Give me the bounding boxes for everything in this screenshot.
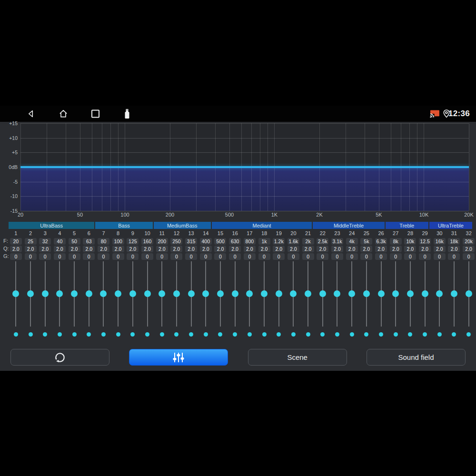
q-value-chip[interactable]: 2.0 <box>141 246 153 252</box>
freq-value-chip[interactable]: 200 <box>156 238 168 245</box>
q-value-chip[interactable]: 2.0 <box>10 246 22 252</box>
gain-value-chip[interactable]: 0 <box>98 253 109 260</box>
eq-slider-thumb[interactable] <box>290 290 297 297</box>
eq-slider[interactable] <box>140 261 155 328</box>
eq-slider[interactable] <box>461 261 476 328</box>
freq-value-chip[interactable]: 8k <box>390 238 402 245</box>
q-value-chip[interactable]: 2.0 <box>69 246 80 252</box>
q-value-chip[interactable]: 2.0 <box>127 246 139 252</box>
eq-slider[interactable] <box>359 261 374 328</box>
eq-slider-thumb[interactable] <box>159 290 165 297</box>
eq-slider-thumb[interactable] <box>144 290 151 297</box>
eq-slider[interactable] <box>271 261 286 328</box>
q-value-chip[interactable]: 2.0 <box>390 246 402 252</box>
eq-slider[interactable] <box>198 261 213 328</box>
gain-value-chip[interactable]: 0 <box>463 253 475 260</box>
back-button[interactable] <box>27 109 36 119</box>
eq-slider[interactable] <box>403 261 418 328</box>
eq-slider[interactable] <box>126 261 140 328</box>
eq-slider-thumb[interactable] <box>188 290 195 297</box>
freq-value-chip[interactable]: 2k <box>302 238 314 245</box>
eq-slider[interactable] <box>315 261 330 328</box>
q-value-chip[interactable]: 2.0 <box>404 246 416 252</box>
q-value-chip[interactable]: 2.0 <box>273 246 285 252</box>
gain-value-chip[interactable]: 0 <box>375 253 387 260</box>
eq-slider-thumb[interactable] <box>422 290 428 297</box>
eq-slider[interactable] <box>111 261 126 328</box>
gain-value-chip[interactable]: 0 <box>404 253 416 260</box>
q-value-chip[interactable]: 2.0 <box>229 246 241 252</box>
freq-value-chip[interactable]: 20 <box>10 238 22 245</box>
gain-value-chip[interactable]: 0 <box>360 253 372 260</box>
scene-button[interactable]: Scene <box>248 349 347 366</box>
eq-slider-thumb[interactable] <box>173 290 180 297</box>
q-value-chip[interactable]: 2.0 <box>244 246 256 252</box>
eq-slider[interactable] <box>81 261 96 328</box>
eq-slider-thumb[interactable] <box>451 290 457 297</box>
q-value-chip[interactable]: 2.0 <box>448 246 460 252</box>
eq-slider[interactable] <box>447 261 462 328</box>
eq-slider[interactable] <box>286 261 301 328</box>
eq-slider[interactable] <box>417 261 432 328</box>
q-value-chip[interactable]: 2.0 <box>54 246 66 252</box>
gain-value-chip[interactable]: 0 <box>170 253 182 260</box>
eq-slider-thumb[interactable] <box>261 290 268 297</box>
q-value-chip[interactable]: 2.0 <box>331 246 343 252</box>
q-value-chip[interactable]: 2.0 <box>346 246 358 252</box>
gain-value-chip[interactable]: 0 <box>229 253 241 260</box>
freq-value-chip[interactable]: 315 <box>185 238 197 245</box>
q-value-chip[interactable]: 2.0 <box>156 246 168 252</box>
freq-value-chip[interactable]: 125 <box>127 238 139 245</box>
q-value-chip[interactable]: 2.0 <box>288 246 299 252</box>
freq-value-chip[interactable]: 32 <box>39 238 51 245</box>
eq-slider[interactable] <box>228 261 242 328</box>
q-value-chip[interactable]: 2.0 <box>360 246 372 252</box>
gain-value-chip[interactable]: 0 <box>273 253 285 260</box>
eq-slider[interactable] <box>169 261 184 328</box>
freq-value-chip[interactable]: 3.1k <box>331 238 343 245</box>
q-value-chip[interactable]: 2.0 <box>170 246 182 252</box>
gain-value-chip[interactable]: 0 <box>185 253 197 260</box>
q-value-chip[interactable]: 2.0 <box>185 246 197 252</box>
eq-slider[interactable] <box>301 261 316 328</box>
freq-value-chip[interactable]: 50 <box>69 238 80 245</box>
freq-value-chip[interactable]: 4k <box>346 238 358 245</box>
q-value-chip[interactable]: 2.0 <box>112 246 124 252</box>
gain-value-chip[interactable]: 0 <box>39 253 51 260</box>
freq-value-chip[interactable]: 40 <box>54 238 66 245</box>
q-value-chip[interactable]: 2.0 <box>463 246 475 252</box>
freq-value-chip[interactable]: 10k <box>404 238 416 245</box>
eq-slider-thumb[interactable] <box>27 290 34 297</box>
reset-button[interactable] <box>10 349 109 366</box>
freq-value-chip[interactable]: 18k <box>448 238 460 245</box>
eq-slider[interactable] <box>67 261 82 328</box>
eq-slider-thumb[interactable] <box>436 290 443 297</box>
eq-slider-thumb[interactable] <box>12 290 19 297</box>
gain-value-chip[interactable]: 0 <box>302 253 314 260</box>
eq-slider[interactable] <box>432 261 447 328</box>
gain-value-chip[interactable]: 0 <box>214 253 226 260</box>
eq-slider[interactable] <box>184 261 198 328</box>
gain-value-chip[interactable]: 0 <box>200 253 212 260</box>
eq-slider-thumb[interactable] <box>276 290 282 297</box>
eq-slider[interactable] <box>374 261 388 328</box>
eq-slider-thumb[interactable] <box>217 290 224 297</box>
gain-value-chip[interactable]: 0 <box>69 253 80 260</box>
eq-slider[interactable] <box>345 261 359 328</box>
freq-value-chip[interactable]: 80 <box>98 238 109 245</box>
q-value-chip[interactable]: 2.0 <box>317 246 328 252</box>
gain-value-chip[interactable]: 0 <box>346 253 358 260</box>
gain-value-chip[interactable]: 0 <box>10 253 22 260</box>
eq-slider-thumb[interactable] <box>407 290 414 297</box>
eq-slider-thumb[interactable] <box>392 290 399 297</box>
eq-slider-thumb[interactable] <box>319 290 326 297</box>
eq-slider-thumb[interactable] <box>86 290 92 297</box>
freq-value-chip[interactable]: 25 <box>25 238 37 245</box>
freq-value-chip[interactable]: 20k <box>463 238 475 245</box>
freq-value-chip[interactable]: 16k <box>434 238 446 245</box>
gain-value-chip[interactable]: 0 <box>390 253 402 260</box>
freq-value-chip[interactable]: 5k <box>360 238 372 245</box>
freq-value-chip[interactable]: 1k <box>258 238 270 245</box>
gain-value-chip[interactable]: 0 <box>141 253 153 260</box>
q-value-chip[interactable]: 2.0 <box>419 246 431 252</box>
